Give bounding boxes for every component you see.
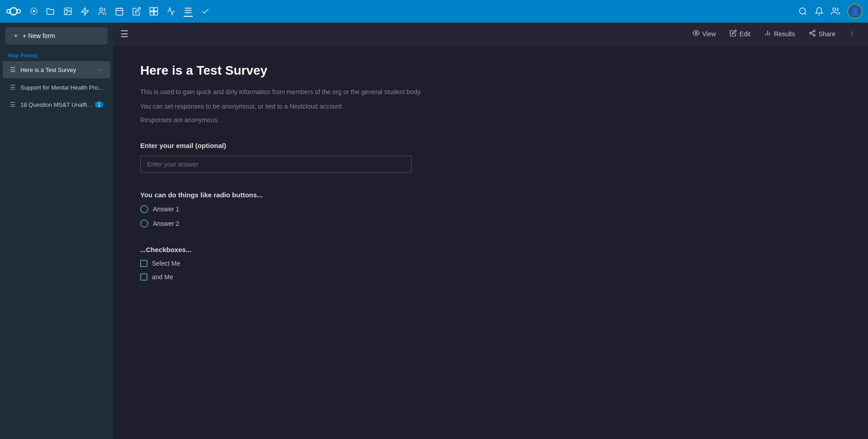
notes-nav-icon[interactable]	[132, 7, 141, 16]
dashboard-nav-icon[interactable]: ⦿	[30, 7, 38, 16]
plus-icon: ＋	[13, 32, 19, 40]
sidebar-form-label-2: 18 Question MS&T Unaffilia...	[20, 101, 93, 108]
more-icon: ⋮	[849, 30, 855, 38]
svg-point-20	[695, 32, 697, 34]
form-title: Here is a Test Survey	[140, 63, 841, 78]
question-label-2: ...Checkboxes...	[140, 246, 841, 253]
results-button[interactable]: Results	[759, 27, 801, 41]
search-icon[interactable]	[798, 7, 807, 16]
toolbar-right: View Edit Results	[687, 27, 861, 41]
svg-point-25	[810, 32, 811, 34]
share-label: Share	[819, 30, 835, 38]
svg-line-27	[811, 33, 813, 35]
question-label-0: Enter your email (optional)	[140, 142, 841, 149]
files-nav-icon[interactable]	[46, 7, 55, 16]
contacts-nav-icon[interactable]	[98, 7, 107, 16]
view-icon	[693, 29, 700, 38]
svg-point-17	[800, 8, 806, 14]
topnav-left: ⦿	[5, 3, 210, 19]
radio-label-1: Answer 2	[153, 220, 179, 227]
form-content-area: Here is a Test Survey This is used to ga…	[113, 45, 868, 439]
edit-label: Edit	[740, 30, 750, 38]
radio-label-0: Answer 1	[153, 205, 179, 213]
sidebar-form-label-1: Support for Mental Health Pro...	[20, 84, 103, 91]
svg-point-26	[813, 34, 815, 36]
svg-point-4	[66, 10, 67, 11]
activity-nav-icon[interactable]	[81, 7, 90, 16]
svg-rect-12	[150, 12, 154, 15]
svg-rect-6	[116, 8, 123, 15]
svg-point-0	[10, 8, 17, 15]
topnav-right: 👤	[798, 4, 863, 19]
form-list-icon-1: ☰	[10, 84, 16, 91]
user-avatar[interactable]: 👤	[847, 4, 863, 19]
question-1: You can do things like radio buttons... …	[140, 191, 841, 228]
checkbox-label-0: Select Me	[152, 260, 180, 267]
results-icon	[764, 29, 771, 38]
announcements-nav-icon[interactable]	[166, 7, 175, 16]
question-2: ...Checkboxes... Select Me and Me	[140, 246, 841, 281]
svg-point-19	[833, 8, 836, 11]
sidebar: ＋ + New form Your Forms ☰ Here is a Test…	[0, 23, 113, 439]
form-badge-2: 1	[95, 101, 103, 108]
form-list-icon-0: ☰	[10, 66, 16, 73]
notifications-icon[interactable]	[815, 7, 824, 16]
sidebar-item-2[interactable]: ☰ 18 Question MS&T Unaffilia... 1	[3, 96, 110, 113]
contacts-settings-icon[interactable]	[831, 7, 840, 16]
form-anonymous-notice: Responses are anonymous.	[140, 116, 841, 124]
tasks-nav-icon[interactable]	[201, 7, 210, 16]
svg-line-18	[805, 13, 806, 15]
new-form-label: + New form	[23, 32, 55, 39]
checkbox-label-1: and Me	[152, 273, 173, 281]
svg-rect-11	[154, 8, 158, 11]
svg-rect-13	[154, 12, 158, 15]
main-content: ☰ View Edit	[113, 23, 868, 439]
photos-nav-icon[interactable]	[63, 7, 72, 16]
sidebar-form-label-0: Here is a Test Survey	[20, 67, 97, 73]
deck-nav-icon[interactable]	[149, 7, 158, 16]
checkbox-option-0[interactable]: Select Me	[140, 260, 841, 267]
new-form-button[interactable]: ＋ + New form	[5, 27, 108, 44]
checkbox-square-0[interactable]	[140, 260, 147, 267]
forms-nav-icon[interactable]	[184, 6, 193, 17]
calendar-nav-icon[interactable]	[115, 7, 124, 16]
share-button[interactable]: Share	[803, 27, 841, 41]
svg-line-28	[811, 31, 813, 33]
sidebar-item-1[interactable]: ☰ Support for Mental Health Pro...	[3, 79, 110, 95]
your-forms-label: Your Forms	[0, 49, 113, 61]
question-label-1: You can do things like radio buttons...	[140, 191, 841, 199]
toolbar: ☰ View Edit	[113, 23, 868, 45]
text-answer-input-0[interactable]	[140, 156, 412, 173]
radio-option-1[interactable]: Answer 2	[140, 220, 841, 228]
form-description-line2: You can set responses to be anonymous, o…	[140, 101, 841, 111]
edit-button[interactable]: Edit	[724, 27, 756, 41]
form-description-line1: This is used to gain quick and dirty inf…	[140, 87, 841, 97]
svg-point-5	[100, 8, 103, 11]
edit-icon	[730, 29, 737, 38]
form-more-button-0[interactable]: ···	[97, 66, 103, 74]
main-layout: ＋ + New form Your Forms ☰ Here is a Test…	[0, 23, 868, 439]
view-button[interactable]: View	[687, 27, 721, 41]
view-label: View	[702, 30, 716, 38]
svg-rect-10	[150, 8, 154, 11]
share-icon	[809, 29, 816, 38]
results-label: Results	[774, 30, 795, 38]
svg-point-24	[813, 30, 815, 32]
question-0: Enter your email (optional)	[140, 142, 841, 173]
app-logo[interactable]	[5, 3, 22, 19]
radio-circle-1[interactable]	[140, 220, 148, 228]
sidebar-item-0[interactable]: ☰ Here is a Test Survey ···	[3, 61, 110, 78]
more-options-button[interactable]: ⋮	[844, 28, 861, 40]
sidebar-toggle-button[interactable]: ☰	[120, 29, 128, 39]
radio-circle-0[interactable]	[140, 205, 148, 213]
checkbox-square-1[interactable]	[140, 273, 147, 281]
form-list-icon-2: ☰	[10, 101, 16, 108]
radio-option-0[interactable]: Answer 1	[140, 205, 841, 213]
toolbar-left: ☰	[120, 29, 128, 39]
top-navigation: ⦿	[0, 0, 868, 23]
checkbox-option-1[interactable]: and Me	[140, 273, 841, 281]
